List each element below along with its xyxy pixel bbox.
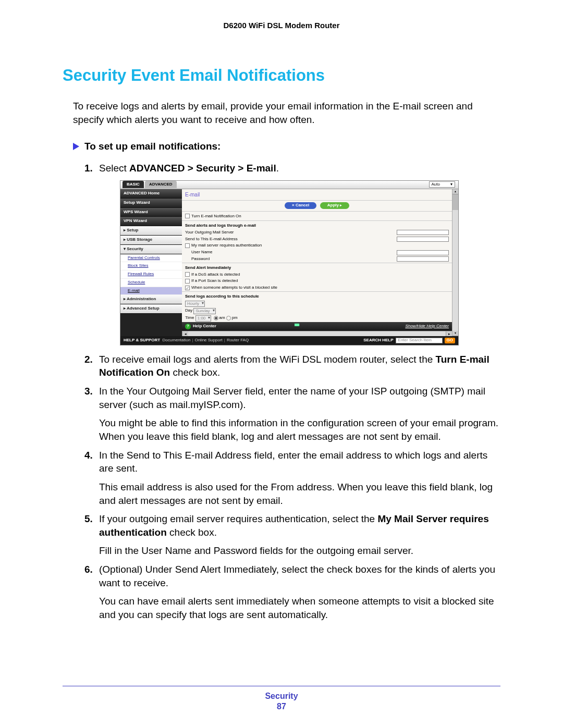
step-number: 1. (84, 162, 99, 175)
footer-page-number: 87 (63, 702, 500, 711)
text: check box. (170, 367, 220, 378)
send-alerts-heading: Send alerts and logs through e-mail (182, 220, 452, 229)
language-select[interactable]: Auto▾ (429, 181, 455, 188)
auth-checkbox[interactable] (185, 243, 190, 248)
screenshot-sidebar: ADVANCED Home Setup Wizard WPS Wizard VP… (120, 189, 182, 336)
help-icon: ? (185, 324, 191, 329)
page-footer: Security 87 (63, 686, 500, 711)
blockedsite-checkbox[interactable] (185, 286, 190, 290)
step-4: 4. In the Send to This E-mail Address fi… (84, 449, 500, 508)
frequency-select[interactable]: Hourly (185, 301, 205, 307)
text: You might be able to find this informati… (99, 416, 500, 443)
password-input[interactable] (397, 256, 449, 262)
document-header: D6200 WiFi DSL Modem Router (63, 21, 500, 30)
screenshot-tabbar: BASIC ADVANCED Auto▾ (120, 181, 458, 189)
router-screenshot: BASIC ADVANCED Auto▾ ADVANCED Home Setup… (120, 180, 459, 346)
help-center-label: Help Center (193, 324, 216, 329)
time-select[interactable]: 1:00 (195, 315, 212, 322)
turn-on-checkbox[interactable] (185, 214, 190, 218)
chevron-up-icon[interactable]: ▀▀ (295, 324, 298, 329)
send-to-input[interactable] (397, 237, 449, 242)
portscan-label: If a Port Scan is detected (191, 278, 238, 284)
blockedsite-label: When someone attempts to visit a blocked… (191, 285, 277, 291)
text: Fill in the User Name and Password field… (99, 544, 500, 558)
sidebar-parental-controls[interactable]: Parental Controls (120, 254, 182, 263)
search-help-label: SEARCH HELP (363, 338, 393, 342)
username-input[interactable] (397, 250, 449, 255)
step-3: 3. In the Your Outgoing Mail Server fiel… (84, 385, 500, 443)
text: You can have email alerts sent immediate… (99, 595, 500, 621)
screenshot-content: E-mail Cancel Apply Turn E-mail Notifica… (182, 189, 458, 336)
menu-path: ADVANCED > Security > E-mail (129, 163, 276, 174)
sidebar-security[interactable]: ▾ Security (120, 245, 182, 254)
procedure-heading-text: To set up email notifications: (84, 141, 221, 152)
turn-on-label: Turn E-mail Notification On (191, 214, 241, 218)
sidebar-setup[interactable]: ▸ Setup (120, 226, 182, 236)
screenshot-footer: HELP & SUPPORT Documentation| Online Sup… (120, 336, 458, 345)
section-title: Security Event Email Notifications (63, 66, 500, 85)
step-number: 5. (84, 512, 99, 558)
showhide-help-link[interactable]: Show/Hide Help Center (405, 324, 449, 329)
tab-advanced[interactable]: ADVANCED (145, 181, 177, 188)
arrow-icon (73, 143, 79, 150)
horizontal-scrollbar[interactable]: ◂▸ (182, 331, 452, 336)
step-number: 4. (84, 449, 99, 508)
sidebar-vpn-wizard[interactable]: VPN Wizard (120, 217, 182, 226)
portscan-checkbox[interactable] (185, 279, 190, 283)
schedule-heading: Send logs according to this schedule (182, 291, 452, 300)
sidebar-advanced-setup[interactable]: ▸ Advanced Setup (120, 304, 182, 314)
sidebar-block-sites[interactable]: Block Sites (120, 262, 182, 270)
text: This email address is also used for the … (99, 480, 500, 507)
sidebar-schedule[interactable]: Schedule (120, 279, 182, 287)
step-list: 1. Select ADVANCED > Security > E-mail. … (84, 162, 500, 621)
day-select[interactable]: Sunday (193, 308, 215, 314)
sidebar-advanced-home[interactable]: ADVANCED Home (120, 189, 182, 199)
outgoing-mail-input[interactable] (397, 230, 449, 235)
dos-label: If a DoS attack is detected (191, 272, 240, 278)
text: If your outgoing email server requires a… (99, 513, 377, 524)
text: . (276, 163, 279, 174)
auth-label: My mail server requires authentication (191, 243, 262, 249)
documentation-link[interactable]: Documentation (163, 338, 191, 343)
search-go-button[interactable]: GO (445, 338, 455, 343)
send-to-label: Send to This E-mail Address (185, 237, 397, 242)
sidebar-setup-wizard[interactable]: Setup Wizard (120, 199, 182, 208)
footer-section: Security (63, 692, 500, 701)
text: In the Send to This E-mail Address field… (99, 449, 500, 475)
online-support-link[interactable]: Online Support (194, 338, 222, 343)
step-number: 2. (84, 353, 99, 379)
cancel-button[interactable]: Cancel (285, 202, 316, 209)
panel-title: E-mail (182, 189, 452, 201)
search-help-input[interactable]: Enter Search Item (396, 338, 443, 343)
sidebar-usb-storage[interactable]: ▸ USB Storage (120, 236, 182, 245)
text: To receive email logs and alerts from th… (99, 354, 436, 365)
outgoing-mail-label: Your Outgoing Mail Server (185, 230, 397, 236)
day-label: Day (185, 308, 192, 314)
text: check box. (167, 527, 217, 538)
pm-radio[interactable] (226, 316, 231, 320)
text: Select (99, 163, 129, 174)
sidebar-administration[interactable]: ▸ Administration (120, 295, 182, 304)
dos-checkbox[interactable] (185, 272, 190, 277)
am-radio[interactable] (214, 316, 218, 320)
step-2: 2. To receive email logs and alerts from… (84, 353, 500, 379)
sidebar-firewall-rules[interactable]: Firewall Rules (120, 270, 182, 279)
intro-paragraph: To receive logs and alerts by email, pro… (73, 100, 500, 126)
time-label: Time (185, 315, 194, 321)
username-label: User Name (191, 250, 397, 255)
step-number: 6. (84, 563, 99, 622)
immediate-heading: Send Alert Immediately (182, 263, 452, 272)
step-number: 3. (84, 385, 99, 443)
step-6: 6. (Optional) Under Send Alert Immediate… (84, 563, 500, 622)
text: (Optional) Under Send Alert Immediately,… (99, 563, 500, 589)
apply-button[interactable]: Apply (320, 202, 349, 209)
procedure-heading: To set up email notifications: (73, 141, 500, 152)
tab-basic[interactable]: BASIC (123, 181, 144, 188)
sidebar-wps-wizard[interactable]: WPS Wizard (120, 208, 182, 217)
text: In the Your Outgoing Mail Server field, … (99, 385, 500, 411)
sidebar-email[interactable]: E-mail (120, 287, 182, 295)
vertical-scrollbar[interactable]: ▴▾ (452, 189, 458, 336)
help-support-label: HELP & SUPPORT (124, 338, 160, 343)
router-faq-link[interactable]: Router FAQ (227, 338, 249, 343)
help-center-bar: ? Help Center ▀▀ Show/Hide Help Center (182, 322, 452, 331)
